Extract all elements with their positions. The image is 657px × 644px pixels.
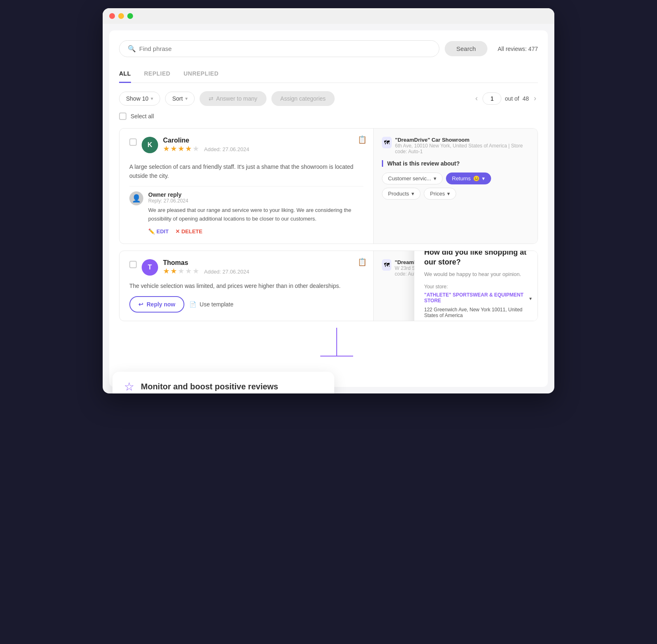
answer-label: Answer to many	[216, 95, 257, 102]
edit-label: EDIT	[156, 228, 169, 235]
use-template-button[interactable]: 📄 Use template	[189, 297, 233, 312]
popup-title: How did you like shopping at our store?	[424, 251, 532, 267]
assign-label: Assign categories	[280, 95, 326, 102]
sort-label: Sort	[172, 95, 183, 102]
assign-categories-button[interactable]: Assign categories	[271, 91, 335, 106]
search-bar: 🔍 Search All reviews: 477	[119, 40, 538, 57]
store-name: "DreamDrive" Car Showroom	[395, 137, 529, 143]
store-icon: 🗺	[382, 137, 392, 148]
tab-replied[interactable]: REPLIED	[144, 67, 170, 83]
chevron-down-icon: ▾	[185, 96, 188, 101]
arrow-vertical	[336, 328, 337, 356]
review-left-panel: 📋 K Caroline ★ ★ ★ ★	[119, 129, 373, 244]
pagination: ‹ out of 48 ›	[473, 92, 538, 105]
sort-dropdown[interactable]: Sort ▾	[165, 92, 195, 106]
owner-reply-section: 👤 Owner reply Reply: 27.06.2024 We are p…	[129, 186, 363, 235]
prev-page-button[interactable]: ‹	[473, 92, 479, 104]
total-pages: 48	[522, 95, 529, 102]
delete-reply-button[interactable]: ✕ DELETE	[175, 228, 202, 235]
reviewer-avatar: K	[142, 137, 158, 153]
category-tag-prices[interactable]: Prices ▾	[424, 188, 456, 200]
copy-icon[interactable]: 📋	[358, 135, 367, 144]
reply-icon: ↩	[138, 301, 143, 308]
review-right-panel: 🗺 "DreamDrive" Car Showroom 6th Ave, 100…	[373, 129, 538, 244]
added-date: Added: 27.06.2024	[204, 146, 249, 152]
reply-now-button[interactable]: ↩ Reply now	[129, 296, 184, 313]
review-right-panel: 🗺 "DreamDrive" Car Showroom W 23rd St, 1…	[373, 251, 538, 321]
bottom-banner: ☆ Monitor and boost positive reviews	[113, 372, 334, 393]
category-label: Returns	[452, 175, 471, 182]
chevron-down-icon: ▾	[151, 96, 153, 101]
reviewer-name: Thomas	[163, 259, 249, 267]
review-checkbox[interactable]	[129, 138, 137, 146]
search-button[interactable]: Search	[445, 41, 487, 56]
reviewer-avatar: T	[142, 259, 158, 276]
reply-now-label: Reply now	[147, 301, 175, 308]
maximize-dot[interactable]	[127, 13, 133, 19]
delete-icon: ✕	[175, 228, 180, 235]
category-label: Prices	[430, 191, 445, 197]
answer-icon: ⇄	[209, 95, 214, 102]
reviewer-name: Caroline	[163, 137, 249, 144]
popup-description: We would be happy to hear your opinion.	[424, 271, 532, 277]
title-bar	[103, 8, 554, 24]
edit-reply-button[interactable]: ✏️ EDIT	[148, 228, 169, 235]
store-address: 6th Ave, 10010 New York, United States o…	[395, 143, 529, 154]
show-label: Show 10	[126, 95, 148, 102]
chevron-down-icon: ▾	[482, 175, 485, 182]
main-content: 🔍 Search All reviews: 477 ALL REPLIED UN…	[109, 30, 548, 387]
category-tags: Customer servic... ▾ Returns 😐 ▾ Product…	[382, 172, 529, 200]
category-tag-products[interactable]: Products ▾	[382, 188, 420, 200]
toolbar: Show 10 ▾ Sort ▾ ⇄ Answer to many Assign…	[119, 91, 538, 106]
use-template-label: Use template	[200, 301, 233, 308]
review-popup-card: CONGRATULATIONS ON YOUR RECENT PURCHASE!…	[414, 251, 538, 321]
owner-avatar: 👤	[129, 191, 143, 205]
popup-store-address: 122 Greenwich Ave, New York 10011, Unite…	[424, 307, 532, 318]
select-all-label: Select all	[131, 113, 154, 120]
tabs-bar: ALL REPLIED UNREPLIED	[119, 67, 538, 83]
chevron-down-icon: ▾	[434, 175, 436, 182]
store-header: 🗺 "DreamDrive" Car Showroom 6th Ave, 100…	[382, 137, 529, 154]
review-card: 📋 T Thomas ★ ★ ★ ★	[119, 251, 538, 321]
minimize-dot[interactable]	[118, 13, 124, 19]
review-left-panel: 📋 T Thomas ★ ★ ★ ★	[119, 251, 373, 321]
app-window: 🔍 Search All reviews: 477 ALL REPLIED UN…	[103, 8, 554, 393]
template-icon: 📄	[189, 301, 196, 308]
banner-text: Monitor and boost positive reviews	[141, 382, 278, 391]
review-text: The vehicle selection was limited, and p…	[129, 281, 363, 290]
copy-icon[interactable]: 📋	[358, 258, 367, 267]
close-dot[interactable]	[109, 13, 115, 19]
search-icon: 🔍	[128, 45, 136, 53]
category-tag-customer-service[interactable]: Customer servic... ▾	[382, 172, 443, 184]
review-about-title: What is this review about?	[382, 160, 529, 167]
popup-store-name: "ATHLETE" SPORTSWEAR & EQUIPMENT STORE	[424, 292, 527, 304]
page-number-input[interactable]	[482, 92, 501, 105]
category-label: Products	[388, 191, 409, 197]
tab-unreplied[interactable]: UNREPLIED	[184, 67, 218, 83]
arrow-horizontal	[320, 356, 353, 356]
review-checkbox[interactable]	[129, 261, 137, 268]
review-stars: ★ ★ ★ ★ ★	[163, 144, 199, 153]
search-input[interactable]	[139, 45, 431, 52]
banner-star-icon: ☆	[124, 380, 134, 393]
review-action-row: ↩ Reply now 📄 Use template	[129, 296, 363, 313]
review-card: 📋 K Caroline ★ ★ ★ ★	[119, 128, 538, 244]
reply-actions: ✏️ EDIT ✕ DELETE	[148, 228, 363, 235]
chevron-down-icon: ▾	[447, 191, 450, 197]
out-of-label: out of	[505, 95, 519, 102]
banner-container: ☆ Monitor and boost positive reviews	[119, 328, 538, 377]
owner-reply-title: Owner reply	[148, 191, 363, 198]
emoji-icon: 😐	[473, 175, 480, 182]
category-label: Customer servic...	[388, 175, 431, 182]
search-input-wrap[interactable]: 🔍	[119, 40, 439, 57]
answer-to-many-button[interactable]: ⇄ Answer to many	[200, 91, 266, 106]
select-all-checkbox[interactable]	[119, 113, 126, 120]
tab-all[interactable]: ALL	[119, 67, 131, 83]
chevron-down-icon: ▾	[411, 191, 414, 197]
delete-label: DELETE	[181, 228, 202, 235]
category-tag-returns[interactable]: Returns 😐 ▾	[446, 172, 492, 184]
show-dropdown[interactable]: Show 10 ▾	[119, 92, 160, 106]
next-page-button[interactable]: ›	[532, 92, 538, 104]
added-date: Added: 27.06.2024	[204, 269, 249, 275]
all-reviews-count: All reviews: 477	[498, 46, 538, 52]
